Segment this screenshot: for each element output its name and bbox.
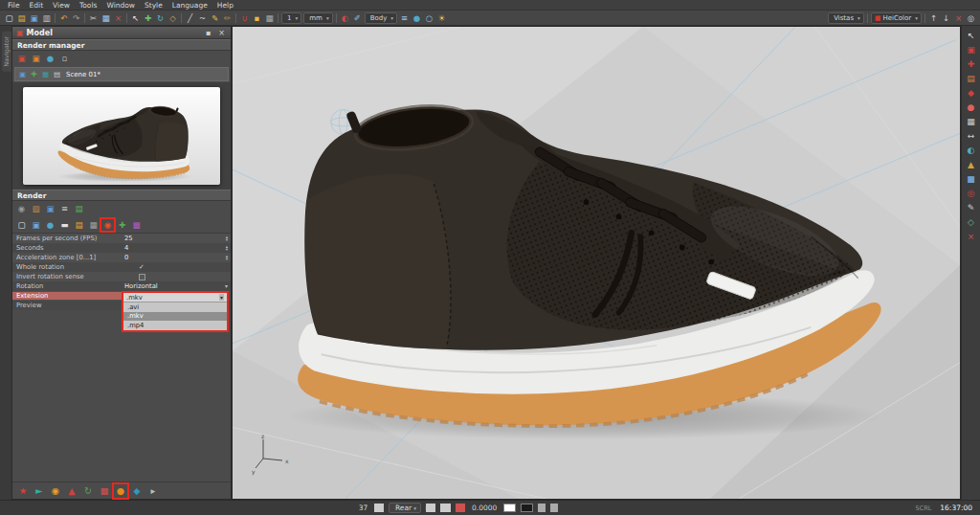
- invert-rotation-row[interactable]: Invert rotation sense: [12, 272, 231, 281]
- light-icon[interactable]: ☀: [435, 12, 448, 24]
- pin-button[interactable]: ▪: [203, 29, 213, 37]
- render-palette-icon[interactable]: ▧: [30, 203, 42, 214]
- render-movie-icon[interactable]: ◉: [101, 219, 114, 231]
- up-arrow-icon[interactable]: ↑: [927, 12, 940, 24]
- move-tool-icon[interactable]: ✚: [142, 12, 154, 24]
- render-colors-icon[interactable]: ▩: [130, 219, 143, 231]
- render-film-icon[interactable]: ▣: [44, 203, 56, 214]
- viewport-3d[interactable]: z y x: [232, 26, 961, 500]
- render-box-icon[interactable]: ▤: [73, 219, 85, 231]
- render-add-icon[interactable]: ✚: [116, 219, 128, 231]
- render-sphere-icon[interactable]: ●: [44, 219, 56, 231]
- target-icon[interactable]: ◎: [965, 12, 977, 24]
- redo-icon[interactable]: ↷: [70, 12, 82, 24]
- background-color-swatch[interactable]: [521, 504, 533, 512]
- menu-item[interactable]: Edit: [25, 1, 49, 10]
- layers-icon[interactable]: ■: [965, 172, 978, 185]
- light-icon[interactable]: ●: [965, 101, 978, 113]
- flag-icon[interactable]: ▲: [65, 484, 78, 498]
- seconds-row[interactable]: Seconds 4 ▴ ▾: [12, 243, 231, 253]
- close-icon[interactable]: ×: [952, 12, 965, 24]
- menu-item[interactable]: Help: [212, 1, 238, 10]
- cut-icon[interactable]: ✂: [87, 12, 100, 24]
- grid-toggle-icon[interactable]: ▦: [440, 504, 451, 512]
- property-value[interactable]: 0 ▴ ▾: [122, 253, 231, 262]
- render-settings-icon[interactable]: ▣: [965, 43, 978, 56]
- material-icon[interactable]: ▤: [965, 72, 978, 84]
- acceleration-row[interactable]: Acceleration zone [0...1] 0 ▴ ▾: [12, 253, 231, 262]
- heicolor-combo[interactable]: ■ HeiColor ▾: [871, 12, 922, 24]
- magnet-snap-icon[interactable]: ∪: [238, 12, 251, 24]
- property-value[interactable]: [122, 272, 231, 281]
- mesh-icon[interactable]: ▦: [965, 115, 978, 127]
- body-combo[interactable]: Body ▾: [365, 12, 397, 24]
- prev-view-button[interactable]: ◄: [374, 504, 384, 512]
- property-value[interactable]: 4 ▴ ▾: [122, 243, 231, 253]
- gem-icon[interactable]: ◇: [965, 215, 978, 228]
- curve-tool-icon[interactable]: ~: [196, 12, 209, 24]
- property-value[interactable]: ✓: [122, 262, 231, 272]
- menu-item[interactable]: View: [48, 1, 75, 10]
- add-view-icon[interactable]: ✚: [965, 57, 978, 70]
- whole-rotation-row[interactable]: Whole rotation ✓: [12, 262, 231, 272]
- render-settings-icon[interactable]: ≡: [58, 203, 71, 214]
- menu-item[interactable]: Window: [101, 1, 140, 10]
- scene-film-icon[interactable]: ▣: [17, 69, 28, 80]
- render-queue-icon[interactable]: ▣: [30, 53, 42, 64]
- undo-icon[interactable]: ↶: [57, 12, 70, 24]
- render-picture-icon[interactable]: ▣: [30, 219, 42, 231]
- view-combo[interactable]: Rear ▾: [389, 503, 421, 513]
- extension-combo[interactable]: .mkv ▾: [123, 293, 227, 302]
- value-stepper[interactable]: ▾: [225, 283, 231, 289]
- refresh-icon[interactable]: ↻: [81, 484, 95, 498]
- value-stepper[interactable]: ▴ ▾: [226, 255, 231, 261]
- menu-item[interactable]: Style: [140, 1, 167, 10]
- menu-item[interactable]: Language: [167, 1, 212, 10]
- navigator-tab[interactable]: Navigator: [2, 32, 11, 72]
- grid-icon[interactable]: ▦: [263, 12, 276, 24]
- value-stepper[interactable]: ▴ ▾: [226, 235, 231, 242]
- wireframe-view-icon[interactable]: ○: [423, 12, 435, 24]
- property-value[interactable]: 25 ▴ ▾: [122, 234, 231, 243]
- swatch-down-icon[interactable]: ▾: [550, 504, 558, 512]
- extension-option-avi[interactable]: .avi: [123, 302, 227, 312]
- export-icon[interactable]: ◆: [130, 484, 144, 498]
- turntable-icon[interactable]: ◉: [49, 484, 62, 498]
- render-eraser-icon[interactable]: ▬: [58, 219, 71, 231]
- lock-icon[interactable]: ▪: [251, 12, 263, 24]
- eyedropper-icon[interactable]: ✐: [351, 12, 364, 24]
- render-photo-icon[interactable]: ▤: [73, 203, 85, 214]
- burst-icon[interactable]: ★: [16, 484, 30, 498]
- rotation-row[interactable]: Rotation Horizontal ▾: [12, 281, 231, 291]
- play-icon[interactable]: ►: [33, 484, 46, 498]
- fill-color-icon[interactable]: ◐: [339, 12, 351, 24]
- copy-icon[interactable]: ▦: [100, 12, 112, 24]
- menu-item[interactable]: Tools: [75, 1, 101, 10]
- brush-tool-icon[interactable]: ✏: [221, 12, 234, 24]
- scale-tool-icon[interactable]: ◇: [167, 12, 179, 24]
- delete-icon[interactable]: ×: [112, 12, 124, 24]
- property-value[interactable]: Horizontal ▾: [122, 281, 231, 291]
- scene-row[interactable]: ▣✚▦▤ Scene 01*: [14, 67, 229, 81]
- units-combo[interactable]: mm ▾: [303, 12, 332, 24]
- shaded-view-icon[interactable]: ●: [411, 12, 423, 24]
- shade-icon[interactable]: ◐: [965, 144, 978, 156]
- scene-image-icon[interactable]: ▤: [52, 69, 62, 80]
- annotate-icon[interactable]: ✎: [965, 201, 978, 213]
- thickness-combo[interactable]: 1 ▾: [281, 12, 301, 24]
- render-scene-icon[interactable]: ▣: [15, 53, 28, 64]
- render-options-icon[interactable]: ▫: [58, 53, 71, 64]
- annotate-icon[interactable]: ✎: [456, 504, 465, 512]
- scene-add-icon[interactable]: ✚: [29, 69, 39, 80]
- render-camera-icon[interactable]: ◉: [15, 203, 28, 214]
- swatch-up-icon[interactable]: ▴: [538, 504, 546, 512]
- save-icon[interactable]: ▣: [28, 12, 40, 24]
- new-file-icon[interactable]: ▢: [3, 12, 15, 24]
- vistas-combo[interactable]: Vistas ▾: [828, 12, 864, 24]
- render-sphere-icon[interactable]: ●: [44, 53, 56, 64]
- fps-row[interactable]: Frames per second (FPS) 25 ▴ ▾: [12, 234, 231, 243]
- layers-icon[interactable]: ≡: [398, 12, 411, 24]
- print-icon[interactable]: ▥: [40, 12, 53, 24]
- model-panel-titlebar[interactable]: ▣ Model ▪ ×: [12, 27, 231, 39]
- pen-tool-icon[interactable]: ✎: [209, 12, 221, 24]
